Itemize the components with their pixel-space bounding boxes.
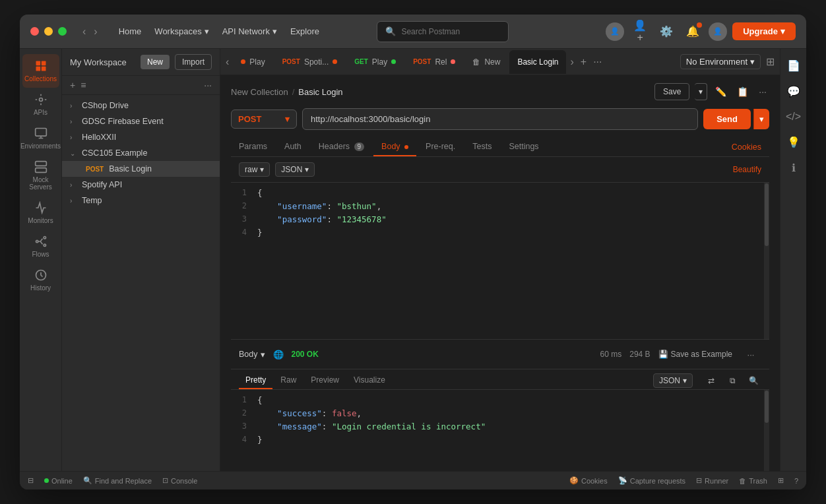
right-info-icon[interactable]: ℹ <box>786 156 801 179</box>
trash-button[interactable]: 🗑 Trash <box>739 477 767 485</box>
avatar[interactable]: 👤 <box>606 22 624 41</box>
tabs-scroll-left[interactable]: ‹ <box>223 53 232 71</box>
save-dropdown-button[interactable]: ▾ <box>695 83 707 100</box>
right-code-icon[interactable]: </> <box>780 106 806 128</box>
search-response-button[interactable]: 🔍 <box>746 373 761 389</box>
cookies-button[interactable]: 🍪 Cookies <box>569 476 608 485</box>
collection-hello[interactable]: › HelloXXII <box>62 129 220 145</box>
res-tab-preview[interactable]: Preview <box>304 372 346 389</box>
tab-play[interactable]: Play <box>233 50 272 74</box>
capture-requests-button[interactable]: 📡 Capture requests <box>618 476 685 485</box>
collection-csc105[interactable]: ⌄ CSC105 Example <box>62 145 220 161</box>
right-docs-icon[interactable]: 📄 <box>782 54 806 77</box>
beautify-button[interactable]: Beautify <box>733 165 761 174</box>
tab-tests[interactable]: Tests <box>464 138 499 156</box>
method-select[interactable]: POST ▾ <box>231 110 297 129</box>
collection-gdsc[interactable]: › GDSC Firebase Event <box>62 113 220 129</box>
format-select[interactable]: raw ▾ <box>239 162 270 177</box>
sidebar-item-collections[interactable]: Collections <box>22 54 59 88</box>
res-tab-visualize[interactable]: Visualize <box>347 372 392 389</box>
collection-cshop[interactable]: › CShop Drive <box>62 98 220 113</box>
sidebar-item-apis[interactable]: APIs <box>22 88 59 121</box>
copy-button[interactable]: ⧉ <box>724 373 740 389</box>
cookies-link[interactable]: Cookies <box>724 139 769 156</box>
new-button[interactable]: New <box>141 55 170 69</box>
breadcrumb-parent[interactable]: New Collection <box>231 87 288 97</box>
tab-post-spoti[interactable]: POST Spoti... <box>274 50 346 74</box>
collection-temp[interactable]: › Temp <box>62 193 220 208</box>
more-tabs-button[interactable]: ··· <box>590 53 604 71</box>
new-tab-button[interactable]: + <box>578 53 589 71</box>
back-button[interactable]: ‹ <box>80 23 88 40</box>
edit-button[interactable]: ✏️ <box>713 84 729 100</box>
console-button[interactable]: ⊡ Console <box>162 476 197 485</box>
home-nav[interactable]: Home <box>113 24 147 39</box>
sidebar-toggle[interactable]: ⊟ <box>28 476 34 485</box>
search-input[interactable] <box>401 27 487 36</box>
runner-button[interactable]: ⊟ Runner <box>696 476 728 485</box>
sidebar-item-flows[interactable]: Flows <box>22 230 59 263</box>
explore-nav[interactable]: Explore <box>285 24 325 39</box>
request-basic-login[interactable]: POST Basic Login <box>62 161 220 177</box>
more-options-icon[interactable]: ··· <box>204 80 212 90</box>
response-body-code[interactable]: 1 { 2 "success": false, 3 "message": "Lo… <box>231 390 769 471</box>
res-tab-raw[interactable]: Raw <box>274 372 303 389</box>
layout-button[interactable]: ⊞ <box>778 476 784 485</box>
word-wrap-button[interactable]: ⇄ <box>703 373 719 389</box>
maximize-button[interactable] <box>58 27 67 36</box>
api-network-nav[interactable]: API Network ▾ <box>217 24 282 39</box>
notifications-button[interactable]: 🔔 <box>682 21 703 42</box>
res-tab-pretty[interactable]: Pretty <box>239 372 272 389</box>
find-replace-button[interactable]: 🔍 Find and Replace <box>83 476 152 485</box>
tab-basic-login[interactable]: Basic Login <box>509 50 566 74</box>
send-button[interactable]: Send <box>703 109 751 129</box>
workspaces-nav[interactable]: Workspaces ▾ <box>149 24 214 39</box>
more-response-options[interactable]: ··· <box>740 344 761 365</box>
collection-spotify[interactable]: › Spotify API <box>62 177 220 193</box>
user-avatar[interactable]: 👤 <box>709 22 727 41</box>
minimize-button[interactable] <box>44 27 53 36</box>
tab-get-play[interactable]: GET Play <box>346 50 404 74</box>
sidebar-item-mock-servers[interactable]: Mock Servers <box>22 155 59 196</box>
tab-prereq[interactable]: Pre-req. <box>418 138 463 156</box>
sidebar-item-history[interactable]: History <box>22 263 59 297</box>
request-body-code[interactable]: 1 { 2 "username": "bsthun", 3 "password"… <box>231 183 769 339</box>
upgrade-button[interactable]: Upgrade ▾ <box>732 22 796 40</box>
tab-new[interactable]: 🗑 New <box>464 50 508 74</box>
right-tips-icon[interactable]: 💡 <box>782 131 806 154</box>
tab-headers[interactable]: Headers 9 <box>311 138 372 156</box>
filter-icon[interactable]: ≡ <box>80 80 86 90</box>
res-type-select[interactable]: JSON ▾ <box>653 373 693 388</box>
scrollbar[interactable] <box>764 390 769 471</box>
send-dropdown-button[interactable]: ▾ <box>753 109 769 129</box>
sidebar-item-environments[interactable]: Environments <box>22 121 59 155</box>
search-bar[interactable]: 🔍 <box>377 21 509 42</box>
collection-name: CShop Drive <box>82 101 129 110</box>
environment-settings-button[interactable]: ⊞ <box>763 53 777 71</box>
tab-params[interactable]: Params <box>231 138 275 156</box>
sidebar-item-monitors[interactable]: Monitors <box>22 196 59 230</box>
online-status[interactable]: Online <box>44 477 73 485</box>
settings-button[interactable]: ⚙️ <box>656 21 677 42</box>
more-options-button[interactable]: ··· <box>756 84 769 100</box>
url-input[interactable] <box>302 108 698 130</box>
scrollbar[interactable] <box>764 183 769 339</box>
type-select[interactable]: JSON ▾ <box>275 162 315 177</box>
right-comments-icon[interactable]: 💬 <box>782 80 806 103</box>
import-button[interactable]: Import <box>175 54 212 70</box>
tab-body[interactable]: Body <box>373 138 416 156</box>
forward-button[interactable]: › <box>91 23 100 40</box>
tab-settings[interactable]: Settings <box>501 138 546 156</box>
add-collection-icon[interactable]: + <box>70 80 75 90</box>
close-button[interactable] <box>30 27 39 36</box>
response-body-label[interactable]: Body ▾ <box>239 350 265 360</box>
tab-auth[interactable]: Auth <box>276 138 309 156</box>
add-user-button[interactable]: 👤+ <box>629 21 651 42</box>
tab-post-rel[interactable]: POST Rel <box>405 50 463 74</box>
description-button[interactable]: 📋 <box>734 84 751 100</box>
environment-selector[interactable]: No Environment ▾ <box>680 54 761 69</box>
tabs-scroll-right[interactable]: › <box>567 53 576 71</box>
help-button[interactable]: ? <box>794 477 798 485</box>
save-button[interactable]: Save <box>654 83 689 100</box>
save-example-button[interactable]: 💾 Save as Example <box>658 350 732 359</box>
